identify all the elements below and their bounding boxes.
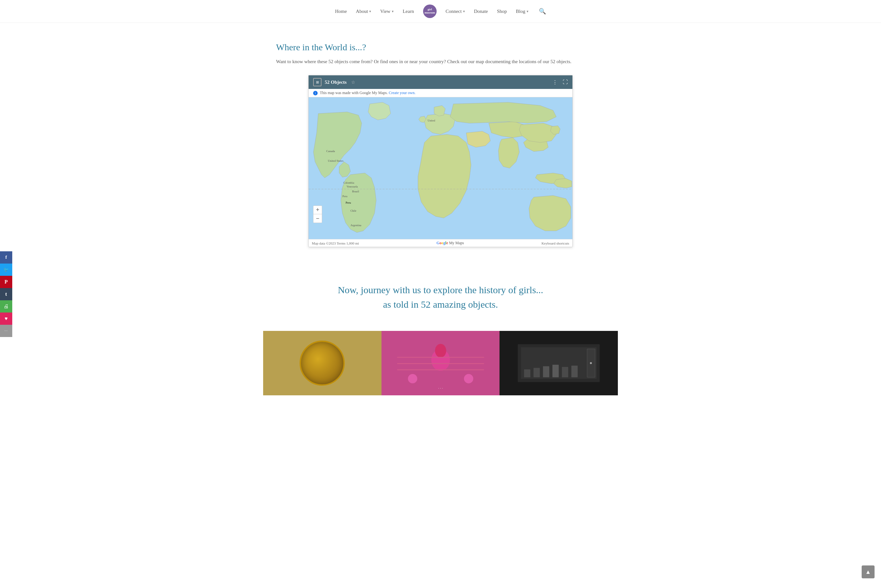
svg-text:United: United: [428, 119, 435, 122]
map-container[interactable]: ⊞ 52 Objects ☆ ⋮ ⛶ i This map was made w…: [308, 75, 573, 247]
map-layers-icon: ⊞: [313, 78, 322, 86]
blog-chevron-icon: ▾: [526, 9, 529, 14]
card-gold-circle: [299, 340, 345, 386]
page-title: Where in the World is...?: [276, 42, 605, 52]
print-button[interactable]: 🖨: [0, 300, 12, 312]
site-logo[interactable]: girlmuseum: [423, 4, 437, 18]
map-header-right: ⋮ ⛶: [552, 79, 568, 86]
map-subtitle: i This map was made with Google My Maps.…: [308, 89, 573, 97]
map-header-left: ⊞ 52 Objects ☆: [313, 78, 355, 86]
map-footer: Map data ©2023 Terms 1,000 mi Google My …: [308, 239, 573, 247]
svg-rect-26: [543, 366, 549, 377]
about-chevron-icon: ▾: [369, 9, 371, 14]
map-zoom-out-button[interactable]: −: [313, 214, 322, 223]
svg-rect-29: [571, 366, 578, 377]
social-sidebar: f 🐦 P t 🖨 ♥ ···: [0, 251, 12, 337]
nav-about[interactable]: About ▾: [356, 9, 371, 14]
pinterest-icon: P: [5, 279, 8, 285]
facebook-button[interactable]: f: [0, 251, 12, 264]
nav-shop[interactable]: Shop: [497, 9, 507, 14]
main-nav: Home About ▾ View ▾ Learn girlmuseum Con…: [0, 0, 881, 23]
map-footer-right: Keyboard shortcuts: [541, 242, 569, 245]
nav-blog[interactable]: Blog ▾: [516, 9, 529, 14]
search-button[interactable]: 🔍: [539, 8, 546, 15]
map-title: 52 Objects: [325, 80, 347, 85]
more-icon: ···: [5, 329, 8, 333]
svg-rect-15: [397, 357, 484, 358]
nav-view[interactable]: View ▾: [380, 9, 394, 14]
svg-text:Canada: Canada: [326, 150, 335, 153]
svg-text:· · ·: · · ·: [438, 386, 443, 390]
nav-learn[interactable]: Learn: [403, 9, 414, 14]
nav-connect[interactable]: Connect ▾: [446, 9, 465, 14]
map-share-icon[interactable]: ⋮: [552, 79, 558, 86]
map-svg: Canada United States Brazil Peru Peru Ve…: [308, 97, 573, 239]
main-content: Where in the World is...? Want to know w…: [263, 23, 618, 247]
cta-text-line2: as told in 52 amazing objects.: [6, 297, 875, 312]
tumblr-icon: t: [5, 291, 7, 297]
heart-icon: ♥: [5, 316, 8, 321]
svg-point-14: [435, 344, 446, 357]
map-zoom-in-button[interactable]: +: [313, 206, 322, 214]
svg-point-18: [408, 374, 417, 383]
card-dark[interactable]: [499, 331, 618, 395]
cards-row: · · ·: [263, 331, 618, 395]
map-footer-center: Google My Maps: [436, 241, 464, 246]
svg-rect-25: [534, 368, 540, 377]
card-pink[interactable]: · · ·: [382, 331, 500, 395]
map-star-icon: ☆: [351, 80, 355, 85]
map-info-icon: i: [313, 91, 318, 95]
svg-text:Peru: Peru: [346, 201, 351, 204]
svg-rect-28: [562, 367, 568, 377]
tumblr-button[interactable]: t: [0, 288, 12, 300]
card-gold[interactable]: [263, 331, 382, 395]
twitter-button[interactable]: 🐦: [0, 264, 12, 276]
facebook-icon: f: [6, 255, 7, 260]
map-footer-left: Map data ©2023 Terms 1,000 mi: [312, 242, 359, 245]
svg-text:United States: United States: [328, 159, 344, 162]
nav-home[interactable]: Home: [335, 9, 347, 14]
connect-chevron-icon: ▾: [463, 9, 465, 14]
svg-text:Peru: Peru: [343, 195, 347, 198]
svg-text:Chile: Chile: [350, 209, 357, 212]
cta-text-line1: Now, journey with us to explore the hist…: [6, 282, 875, 297]
map-header: ⊞ 52 Objects ☆ ⋮ ⛶: [308, 75, 573, 89]
map-zoom-controls: + −: [313, 206, 322, 223]
svg-rect-27: [552, 365, 559, 377]
print-icon: 🖨: [3, 303, 9, 309]
card-pink-svg: · · ·: [382, 331, 500, 395]
view-chevron-icon: ▾: [392, 9, 394, 14]
map-visual[interactable]: Canada United States Brazil Peru Peru Ve…: [308, 97, 573, 239]
svg-rect-16: [397, 363, 484, 364]
card-pink-image: · · ·: [382, 331, 500, 395]
card-dark-svg: [511, 338, 606, 389]
svg-rect-17: [397, 369, 484, 370]
pinterest-button[interactable]: P: [0, 276, 12, 288]
nav-donate[interactable]: Donate: [474, 9, 488, 14]
map-fullscreen-icon[interactable]: ⛶: [563, 79, 568, 85]
heart-button[interactable]: ♥: [0, 312, 12, 325]
cta-section: Now, journey with us to explore the hist…: [0, 267, 881, 331]
svg-text:Brazil: Brazil: [352, 190, 359, 193]
svg-rect-24: [524, 369, 531, 377]
svg-text:Venezuela: Venezuela: [347, 185, 358, 188]
svg-point-31: [590, 362, 592, 364]
map-create-link[interactable]: Create your own.: [389, 90, 415, 95]
more-button[interactable]: ···: [0, 325, 12, 337]
twitter-icon: 🐦: [3, 267, 9, 272]
svg-text:Argentina: Argentina: [350, 224, 361, 227]
svg-point-19: [464, 374, 473, 383]
svg-text:Colombia: Colombia: [343, 181, 355, 184]
page-description: Want to know where these 52 objects come…: [276, 58, 605, 65]
